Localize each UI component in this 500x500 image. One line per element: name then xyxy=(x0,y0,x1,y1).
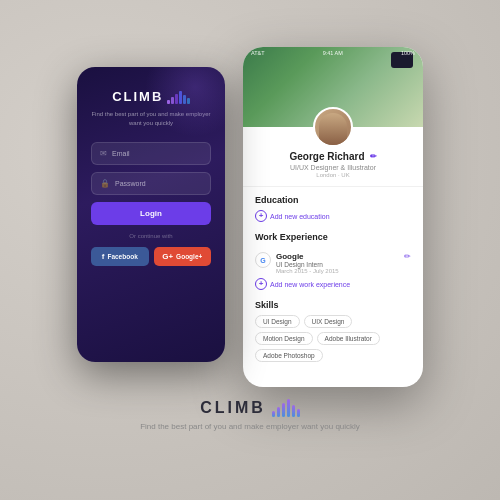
bottom-logo-text: CLIMB xyxy=(200,399,266,417)
skill-tags: UI Design UIX Design Motion Design Adobe… xyxy=(255,315,411,362)
bottom-logo-bars xyxy=(272,399,300,417)
google-logo-icon: G xyxy=(255,252,271,268)
social-buttons: f Facebook G+ Google+ xyxy=(91,247,211,266)
bottom-bar-5 xyxy=(292,405,295,417)
profile-location: London · UK xyxy=(255,172,411,178)
bottom-bar-2 xyxy=(277,407,280,417)
login-tagline: Find the best part of you and make emplo… xyxy=(91,110,211,128)
work-section-title: Work Experience xyxy=(255,232,328,242)
avatar-silhouette xyxy=(319,113,347,145)
logo-bars xyxy=(167,90,190,104)
logo-bar-2 xyxy=(171,97,174,104)
add-education-label: Add new education xyxy=(270,213,330,220)
edit-profile-icon[interactable]: ✏ xyxy=(370,152,377,161)
facebook-button[interactable]: f Facebook xyxy=(91,247,149,266)
login-logo-text: CLIMB xyxy=(112,89,163,104)
bottom-bar-3 xyxy=(282,403,285,417)
or-continue-text: Or continue with xyxy=(129,233,172,239)
logo-bar-6 xyxy=(187,98,190,104)
carrier: AT&T xyxy=(251,50,265,56)
profile-title: UI/UX Designer & Illustrator xyxy=(255,164,411,171)
google-icon: G+ xyxy=(162,252,173,261)
avatar xyxy=(313,107,353,147)
bottom-bar-6 xyxy=(297,409,300,417)
bottom-tagline: Find the best part of you and make emplo… xyxy=(140,421,360,433)
time: 9:41 AM xyxy=(323,50,343,56)
skill-tag-motion-design[interactable]: Motion Design xyxy=(255,332,313,345)
bottom-bar-1 xyxy=(272,411,275,417)
add-education-link[interactable]: + Add new education xyxy=(255,210,411,222)
logo-bar-5 xyxy=(183,95,186,104)
profile-name-text: George Richard xyxy=(289,151,364,162)
work-details: Google ✏ UI Design Intern March 2015 - J… xyxy=(276,252,411,274)
work-company: Google xyxy=(276,252,304,261)
add-work-label: Add new work experience xyxy=(270,281,350,288)
login-phone: CLIMB Find the best part of you and make… xyxy=(77,67,225,362)
email-icon: ✉ xyxy=(100,149,107,158)
skill-tag-ui-design[interactable]: UI Design xyxy=(255,315,300,328)
profile-phone: AT&T 9:41 AM 100% George Richard ✏ UI/UX… xyxy=(243,47,423,387)
bottom-logo-row: CLIMB xyxy=(200,399,300,417)
add-work-link[interactable]: + Add new work experience xyxy=(255,278,411,290)
profile-name-row: George Richard ✏ xyxy=(255,151,411,162)
work-experience-section-header: Work Experience xyxy=(255,232,411,247)
facebook-icon: f xyxy=(102,252,105,261)
education-section-title: Education xyxy=(255,195,411,205)
email-field[interactable]: ✉ Email xyxy=(91,142,211,165)
battery: 100% xyxy=(401,50,415,56)
logo-bar-1 xyxy=(167,100,170,104)
work-role: UI Design Intern xyxy=(276,261,411,268)
google-button[interactable]: G+ Google+ xyxy=(154,247,212,266)
skills-section-title: Skills xyxy=(255,300,411,310)
add-education-icon: + xyxy=(255,210,267,222)
bottom-logo: CLIMB Find the best part of you and make… xyxy=(140,399,360,433)
google-g: G xyxy=(260,257,265,264)
login-logo: CLIMB xyxy=(112,89,190,104)
logo-bar-3 xyxy=(175,94,178,104)
login-button[interactable]: Login xyxy=(91,202,211,225)
work-dates: March 2015 - July 2015 xyxy=(276,268,411,274)
profile-body: Education + Add new education Work Exper… xyxy=(243,187,423,387)
skill-tag-adobe-illustrator[interactable]: Adobe Illustrator xyxy=(317,332,380,345)
profile-header: AT&T 9:41 AM 100% xyxy=(243,47,423,127)
skill-tag-adobe-photoshop[interactable]: Adobe Photoshop xyxy=(255,349,323,362)
facebook-label: Facebook xyxy=(107,253,137,260)
lock-icon: 🔒 xyxy=(100,179,110,188)
bottom-bar-4 xyxy=(287,399,290,417)
work-item: G Google ✏ UI Design Intern March 2015 -… xyxy=(255,252,411,274)
status-bar: AT&T 9:41 AM 100% xyxy=(251,50,415,56)
password-field[interactable]: 🔒 Password xyxy=(91,172,211,195)
password-label: Password xyxy=(115,180,146,187)
google-label: Google+ xyxy=(176,253,202,260)
edit-work-icon[interactable]: ✏ xyxy=(404,252,411,261)
work-header-row: Google ✏ xyxy=(276,252,411,261)
logo-bar-4 xyxy=(179,91,182,104)
add-work-icon: + xyxy=(255,278,267,290)
skill-tag-uix-design[interactable]: UIX Design xyxy=(304,315,353,328)
email-label: Email xyxy=(112,150,130,157)
